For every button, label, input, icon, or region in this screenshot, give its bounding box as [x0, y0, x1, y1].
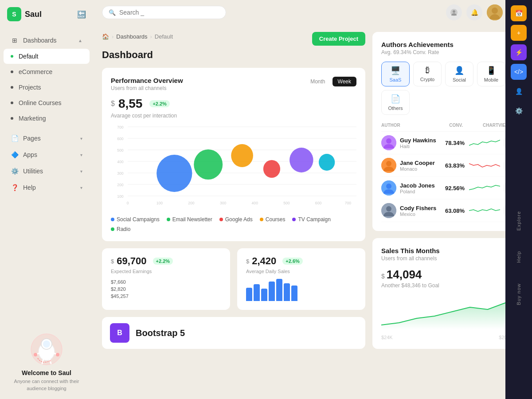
performance-badge: +2.2% [149, 100, 170, 107]
sidebar-item-projects[interactable]: Projects [4, 80, 90, 95]
svg-point-3 [43, 340, 50, 348]
sidebar-item-pages[interactable]: 📄 Pages ▾ [4, 130, 90, 146]
dark-side-panel: 📅 + ⚡ </> 👤 ⚙️ Explore Help Buy now [505, 0, 532, 399]
svg-text:500: 500 [117, 148, 123, 153]
sidebar-item-dashboards[interactable]: ⊞ Dashboards ▲ [4, 32, 90, 48]
buy-label[interactable]: Buy now [514, 280, 523, 309]
legend-radio: Radio [111, 226, 130, 232]
sidebar-item-apps[interactable]: 🔷 Apps ▾ [4, 147, 90, 163]
author-col-header: AUTHOR [381, 123, 436, 128]
svg-point-41 [319, 154, 335, 171]
legend-dot [111, 227, 114, 231]
sales-chart-area [381, 294, 514, 329]
svg-point-37 [194, 149, 223, 180]
mini-bar-chart [246, 278, 356, 303]
user-icon[interactable]: 👤 [511, 83, 527, 99]
search-icon: 🔍 [109, 9, 116, 16]
legend-dot [292, 218, 296, 221]
nav-dot [11, 86, 13, 89]
authors-tabs: 🖥️ SaaS ₿ Crypto 👤 Social 📱 Mobile [381, 62, 514, 115]
crypto-icon: ₿ [426, 66, 430, 75]
settings-side-icon[interactable]: ⚙️ [511, 103, 527, 119]
tab-others[interactable]: 📄 Others [381, 90, 410, 115]
calendar-icon[interactable]: 📅 [511, 5, 527, 21]
sales-card: Sales This Months Users from all channel… [372, 238, 523, 349]
logo-icon: S [7, 7, 21, 21]
mini-bar [284, 283, 290, 301]
breadcrumb-dashboards[interactable]: Dashboards [116, 33, 147, 40]
sidebar: S Saul 🔙 ⊞ Dashboards ▲ Default eCommerc… [0, 0, 93, 399]
conv-col-header: CONV. [436, 123, 463, 128]
sidebar-welcome: Welcome to Saul Anyone can connect with … [0, 322, 93, 399]
performance-value: 8,55 [118, 97, 143, 111]
period-toggle: Month Week [305, 77, 356, 86]
daily-sales-label: Average Daily Sales [246, 269, 356, 274]
toggle-week[interactable]: Week [332, 77, 356, 86]
conv-rate: 63.83% [438, 162, 465, 169]
tab-social[interactable]: 👤 Social [445, 62, 473, 86]
topbar-avatar-small[interactable] [446, 4, 462, 20]
mini-chart [465, 137, 500, 148]
earnings-badge: +2.2% [153, 258, 173, 265]
legend-email-newsletter: Email Newsletter [167, 216, 212, 223]
avatar [381, 135, 396, 150]
mini-bar [261, 289, 267, 301]
app-name: Saul [25, 10, 42, 19]
author-info: Jacob Jones Poland [400, 182, 438, 194]
sales-goal: Another $48,346 to Goal [381, 282, 514, 289]
earnings-card: $ 69,700 +2.2% Expected Earnings $7,660 … [102, 248, 230, 310]
svg-point-38 [231, 144, 253, 167]
legend-dot [260, 218, 263, 221]
sidebar-item-default[interactable]: Default [4, 49, 90, 64]
side-labels: Explore Help Buy now [514, 122, 523, 394]
mini-bar [246, 288, 252, 301]
search-input[interactable] [119, 9, 219, 16]
sales-value: 14,094 [387, 268, 422, 282]
authors-table-header: AUTHOR CONV. CHART VIEW [381, 121, 514, 132]
grid-icon: ⊞ [11, 36, 19, 44]
mini-bar [269, 282, 275, 301]
svg-text:700: 700 [117, 125, 123, 129]
table-row: Jane Cooper Monaco 63.83% → [381, 154, 514, 177]
sidebar-item-utilities[interactable]: ⚙️ Utilities ▾ [4, 163, 90, 179]
list-value-3: $45,257 [111, 293, 221, 300]
code-icon[interactable]: </> [511, 64, 527, 80]
svg-text:600: 600 [117, 137, 123, 141]
chevron-icon: ▾ [80, 136, 82, 141]
bootstrap-icon: B [110, 323, 129, 343]
daily-sales-badge: +2.6% [282, 258, 303, 265]
sidebar-item-marketing[interactable]: Marketing [4, 111, 90, 126]
avatar [381, 158, 396, 173]
user-avatar[interactable] [487, 4, 503, 20]
search-box[interactable]: 🔍 [102, 6, 226, 19]
sidebar-item-help[interactable]: ❓ Help ▾ [4, 180, 90, 196]
legend-dot [111, 218, 114, 221]
tab-mobile[interactable]: 📱 Mobile [477, 62, 505, 86]
lightning-icon[interactable]: ⚡ [511, 44, 527, 60]
help-label[interactable]: Help [514, 247, 523, 266]
sidebar-item-ecommerce[interactable]: eCommerce [4, 64, 90, 79]
sales-subtitle: Users from all channels [381, 255, 514, 262]
tab-saas[interactable]: 🖥️ SaaS [381, 62, 410, 86]
add-icon[interactable]: + [511, 25, 527, 41]
breadcrumb-current: Default [155, 33, 173, 40]
sidebar-item-online-courses[interactable]: Online Courses [4, 95, 90, 110]
conv-rate: 63.08% [438, 207, 465, 214]
svg-text:400: 400 [252, 201, 258, 205]
toggle-month[interactable]: Month [305, 77, 330, 86]
right-panel: Authors Achievements Avg. 69.34% Conv. R… [372, 32, 523, 392]
create-project-button[interactable]: Create Project [312, 32, 365, 46]
performance-subtitle: Users from all channels [111, 85, 183, 91]
sidebar-nav: ⊞ Dashboards ▲ Default eCommerce Project… [0, 28, 93, 322]
tab-crypto[interactable]: ₿ Crypto [413, 62, 442, 86]
nav-dot [11, 102, 13, 104]
svg-text:600: 600 [315, 201, 321, 205]
authors-subtitle: Avg. 69.34% Conv. Rate [381, 49, 514, 55]
explore-label[interactable]: Explore [514, 207, 523, 234]
svg-point-43 [386, 138, 391, 144]
astronaut-illustration [7, 329, 86, 369]
notifications-icon[interactable]: 🔔 [466, 4, 482, 20]
back-icon[interactable]: 🔙 [77, 10, 86, 19]
conv-rate: 92.56% [438, 185, 465, 192]
svg-point-39 [263, 160, 280, 178]
